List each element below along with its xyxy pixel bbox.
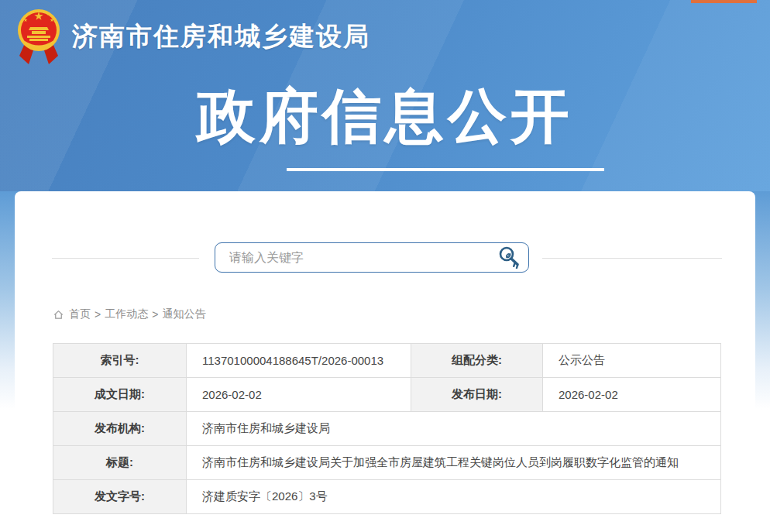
content-card: 首页 > 工作动态 > 通知公告 索引号: 11370100004188645T… [15, 191, 755, 532]
top-right-orange-strip [691, 0, 757, 3]
table-row: 索引号: 11370100004188645T/2026-00013 组配分类:… [53, 344, 721, 378]
index-number-value: 11370100004188645T/2026-00013 [187, 344, 411, 378]
publisher-value: 济南市住房和城乡建设局 [187, 412, 721, 446]
search-input[interactable] [215, 242, 529, 273]
site-banner: 济南市住房和城乡建设局 政府信息公开 [0, 0, 770, 191]
table-row: 发文字号: 济建质安字〔2026〕3号 [53, 480, 721, 514]
category-value: 公示公告 [543, 344, 721, 378]
publisher-label: 发布机构: [53, 412, 187, 446]
search-divider-right [542, 258, 722, 259]
search-divider-left [52, 258, 199, 259]
search-button[interactable] [497, 245, 524, 269]
breadcrumb: 首页 > 工作动态 > 通知公告 [53, 307, 205, 321]
site-logo[interactable]: 济南市住房和城乡建设局 [17, 6, 370, 67]
search-box [215, 242, 529, 273]
doc-number-value: 济建质安字〔2026〕3号 [187, 480, 721, 514]
site-name: 济南市住房和城乡建设局 [72, 19, 370, 54]
home-icon [53, 309, 64, 321]
magnifier-key-icon [497, 245, 524, 269]
breadcrumb-separator: > [95, 308, 101, 321]
page-title: 政府信息公开 [0, 84, 770, 149]
written-date-label: 成文日期: [53, 378, 187, 412]
document-info-table: 索引号: 11370100004188645T/2026-00013 组配分类:… [53, 343, 721, 514]
page: 济南市住房和城乡建设局 政府信息公开 [0, 0, 770, 532]
breadcrumb-worknews-link[interactable]: 工作动态 [105, 307, 148, 321]
publish-date-label: 发布日期: [411, 378, 543, 412]
category-label: 组配分类: [411, 344, 543, 378]
breadcrumb-notices-link[interactable]: 通知公告 [162, 307, 205, 321]
breadcrumb-separator: > [152, 308, 158, 321]
table-row: 发布机构: 济南市住房和城乡建设局 [53, 412, 721, 446]
index-number-label: 索引号: [53, 344, 187, 378]
table-row: 成文日期: 2026-02-02 发布日期: 2026-02-02 [53, 378, 721, 412]
title-underline [287, 168, 604, 171]
written-date-value: 2026-02-02 [187, 378, 411, 412]
publish-date-value: 2026-02-02 [543, 378, 721, 412]
table-row: 标题: 济南市住房和城乡建设局关于加强全市房屋建筑工程关键岗位人员到岗履职数字化… [53, 446, 721, 480]
national-emblem-icon [17, 6, 60, 67]
title-label: 标题: [53, 446, 187, 480]
breadcrumb-home-link[interactable]: 首页 [69, 307, 91, 321]
title-value: 济南市住房和城乡建设局关于加强全市房屋建筑工程关键岗位人员到岗履职数字化监管的通… [187, 446, 721, 480]
doc-number-label: 发文字号: [53, 480, 187, 514]
